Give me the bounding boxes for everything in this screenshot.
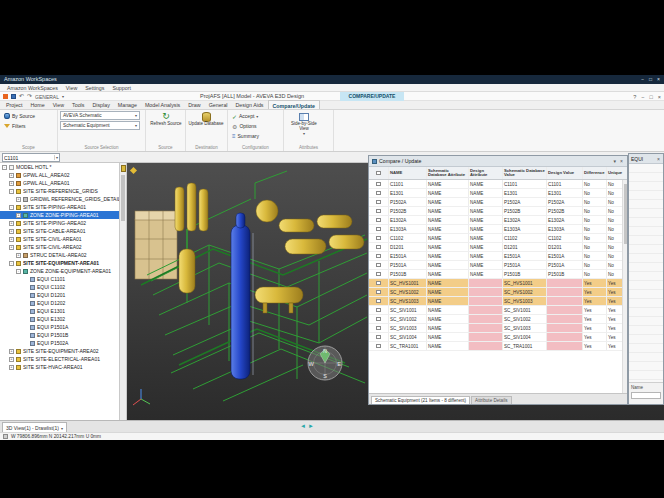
table-row[interactable]: SC_SIV1002 NAME SC_SIV1002 Yes Yes [369, 315, 627, 324]
tree-expander[interactable]: + [16, 213, 21, 218]
accept-checkbox[interactable] [376, 227, 381, 232]
tree-expander[interactable]: + [9, 245, 14, 250]
chevron-down-icon[interactable]: ▾ [54, 155, 59, 160]
tree-item[interactable]: + ZONE ZONE-PIPING-AREA01 [0, 211, 119, 219]
save-icon[interactable] [11, 94, 16, 99]
accept-checkbox[interactable] [376, 236, 381, 241]
accept-checkbox[interactable] [376, 344, 381, 349]
tree-item[interactable]: - SITE SITE-PIPING-AREA01 [0, 203, 119, 211]
accept-checkbox[interactable] [376, 182, 381, 187]
name-search-input[interactable] [3, 155, 54, 161]
accept-checkbox[interactable] [376, 200, 381, 205]
update-database-button[interactable]: Update Database [188, 111, 224, 142]
equi-property-grid[interactable] [629, 164, 663, 382]
table-row[interactable]: E1501A NAME NAME E1501A E1501A No No [369, 252, 627, 261]
accept-checkbox[interactable] [376, 308, 381, 313]
tree-expander[interactable]: + [9, 221, 14, 226]
column-header[interactable]: Design Attribute [469, 167, 503, 179]
accept-checkbox[interactable] [376, 272, 381, 277]
tree-item[interactable]: + STRUC DETAIL-AREA02 [0, 251, 119, 259]
panel-close-icon[interactable]: × [619, 158, 624, 164]
accept-checkbox[interactable] [376, 326, 381, 331]
accept-checkbox[interactable] [376, 317, 381, 322]
accept-checkbox[interactable] [376, 335, 381, 340]
refresh-source-button[interactable]: ↻ Refresh Source [148, 111, 184, 142]
help-icon[interactable]: ? [633, 94, 636, 100]
panel-close-icon[interactable]: × [656, 156, 661, 162]
table-row[interactable]: SC_SIV1003 NAME SC_SIV1003 Yes Yes [369, 324, 627, 333]
maximize-icon[interactable]: □ [649, 75, 652, 84]
quick-access-label[interactable]: GENERAL [35, 94, 59, 100]
tree-item[interactable]: - ZONE ZONE-EQUIPMENT-AREA01 [0, 267, 119, 275]
equi-panel-header[interactable]: EQUI × [629, 154, 663, 164]
ribbon-tab[interactable]: Draw [184, 100, 204, 109]
close-icon[interactable]: × [658, 94, 661, 100]
scrollbar-thumb[interactable] [121, 175, 125, 221]
workspaces-titlebar[interactable]: Amazon WorkSpaces − □ × [0, 75, 664, 84]
menu-item[interactable]: Support [108, 85, 135, 91]
filters-button[interactable]: Filters [2, 121, 55, 131]
minimize-icon[interactable]: − [641, 75, 644, 84]
tree-item[interactable]: + SITE SITE-ELECTRICAL-AREA01 [0, 355, 119, 363]
accept-button[interactable]: ✓ Accept ▾ [230, 111, 281, 121]
tree-expander[interactable]: + [9, 181, 14, 186]
accept-checkbox[interactable] [376, 209, 381, 214]
table-row[interactable]: P1501B NAME NAME P1501B P1501B No No [369, 270, 627, 279]
tree-expander[interactable]: + [9, 357, 14, 362]
column-header[interactable]: NAME [389, 167, 427, 179]
tree-item[interactable]: EQUI C1102 [0, 283, 119, 291]
table-row[interactable]: C1101 NAME NAME C1101 C1101 No No [369, 180, 627, 189]
tree-expander[interactable]: - [9, 261, 14, 266]
tree-item[interactable]: + SITE SITE-CIVIL-AREA02 [0, 243, 119, 251]
ribbon-tab[interactable]: View [49, 100, 68, 109]
table-row[interactable]: E1301 NAME NAME E1301 E1301 No No [369, 189, 627, 198]
tree-expander[interactable]: + [16, 253, 21, 258]
source-type-dropdown[interactable]: AVEVA Schematic ▾ [60, 111, 140, 120]
tree-item[interactable]: + SITE SITE-HVAC-AREA01 [0, 363, 119, 371]
ribbon-tab[interactable]: Model Analysis [141, 100, 184, 109]
accept-checkbox[interactable] [376, 245, 381, 250]
tree-item[interactable]: + SITE SITE-EQUIPMENT-AREA02 [0, 347, 119, 355]
redo-icon[interactable]: ↷ [27, 93, 32, 100]
tree-expander[interactable]: + [16, 197, 21, 202]
menu-item[interactable]: Amazon WorkSpaces [3, 85, 62, 91]
column-header[interactable]: Schematic Database Attribute [427, 167, 469, 179]
table-row[interactable]: SC_HVS1002 NAME SC_HVS1002 Yes Yes [369, 288, 627, 297]
table-row[interactable]: C1102 NAME NAME C1102 C1102 No No [369, 234, 627, 243]
accept-checkbox[interactable] [376, 254, 381, 259]
tree-item[interactable]: EQUI P1501B [0, 331, 119, 339]
tree-item[interactable]: + SITE SITE-CABLE-AREA01 [0, 227, 119, 235]
tab-schematic-equipment[interactable]: Schematic Equipment (21 Items - 8 differ… [371, 396, 470, 404]
ribbon-tab[interactable]: Tools [68, 100, 88, 109]
panel-menu-icon[interactable]: ▾ [613, 158, 618, 164]
table-row[interactable]: SC_SIV1004 NAME SC_SIV1004 Yes Yes [369, 333, 627, 342]
column-header[interactable]: Schematic Database Value [503, 167, 547, 179]
tree-expander[interactable]: + [9, 229, 14, 234]
tree-item[interactable]: EQUI P1502A [0, 339, 119, 347]
table-row[interactable]: SC_HVS1001 NAME SC_HVS1001 Yes Yes [369, 279, 627, 288]
ribbon-tab[interactable]: Display [88, 100, 113, 109]
chevron-down-icon[interactable]: ▾ [62, 94, 64, 99]
accept-checkbox[interactable] [376, 263, 381, 268]
ribbon-tab[interactable]: Design Aids [232, 100, 268, 109]
tree-item[interactable]: + GPWL ALL_AREA01 [0, 179, 119, 187]
tree-item[interactable]: EQUI P1501A [0, 323, 119, 331]
options-button[interactable]: ⚙ Options [230, 121, 281, 131]
tree-expander[interactable]: + [9, 349, 14, 354]
table-row[interactable]: E1303A NAME NAME E1303A E1303A No No [369, 225, 627, 234]
tree-item[interactable]: EQUI D1202 [0, 299, 119, 307]
menu-item[interactable]: Settings [81, 85, 108, 91]
tree-scrollbar[interactable] [120, 163, 127, 420]
contextual-tab-header[interactable]: COMPARE/UPDATE [340, 92, 404, 101]
ribbon-tab[interactable]: Compare/Update [268, 100, 320, 109]
tree-item[interactable]: EQUI E1301 [0, 307, 119, 315]
table-row[interactable]: P1502B NAME NAME P1502B P1502B No No [369, 207, 627, 216]
tree-item[interactable]: EQUI D1201 [0, 291, 119, 299]
tree-expander[interactable]: + [9, 237, 14, 242]
accept-checkbox[interactable] [376, 281, 381, 286]
table-scrollbar[interactable] [622, 180, 627, 393]
scrollbar-thumb[interactable] [624, 184, 628, 244]
compare-panel-header[interactable]: Compare / Update ▾ × [369, 156, 627, 167]
side-by-side-view-button[interactable]: Side-by-Side View ▾ [286, 111, 322, 142]
table-row[interactable]: SC_HVS1003 NAME SC_HVS1003 Yes Yes [369, 297, 627, 306]
